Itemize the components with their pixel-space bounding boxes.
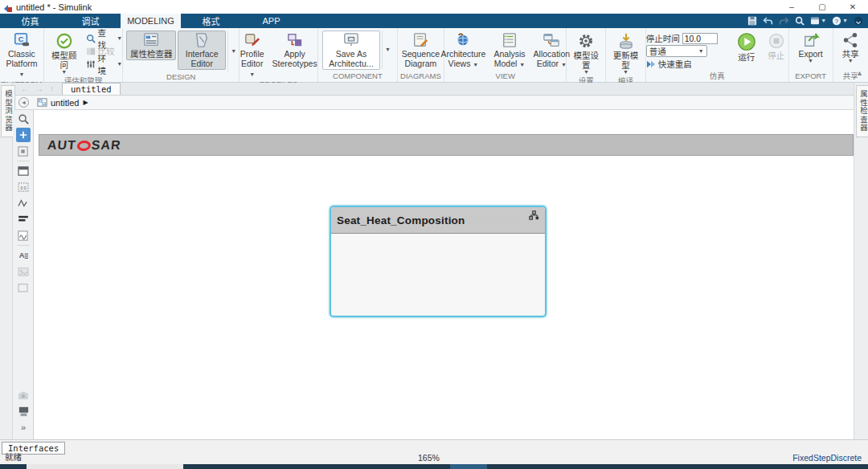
tab-modeling[interactable]: MODELING xyxy=(121,14,181,28)
nav-back-icon[interactable]: ← xyxy=(21,84,29,93)
component-dropdown-button[interactable]: ▼ xyxy=(382,31,393,69)
undo-icon[interactable] xyxy=(763,17,773,26)
breadcrumb-item-untitled[interactable]: untitled xyxy=(51,98,79,108)
zoom-icon[interactable] xyxy=(16,112,31,126)
composition-block[interactable]: Seat_Heat_Composition xyxy=(330,206,547,317)
update-model-button[interactable]: 更新模型 ▼ xyxy=(606,31,645,76)
legend-icon[interactable] xyxy=(16,212,31,226)
svg-text:C: C xyxy=(18,35,24,43)
share-icon xyxy=(842,32,858,48)
status-solver-link[interactable]: FixedStepDiscrete xyxy=(792,453,862,463)
autosar-banner: AUTSAR xyxy=(39,134,854,156)
classic-platform-button[interactable]: C Classic Platform ▼ xyxy=(0,31,43,80)
model-advisor-button[interactable]: 模型顾问 ▼ xyxy=(44,31,84,76)
screenshot-icon[interactable] xyxy=(16,404,31,418)
help-icon[interactable]: ?▼ xyxy=(832,16,848,26)
close-button[interactable]: ✕ xyxy=(837,0,868,14)
profile-editor-button[interactable]: Profile Editor ▼ xyxy=(237,31,268,80)
save-as-architecture-button[interactable]: <-> Save As Architectu... xyxy=(322,31,380,70)
account-icon[interactable] xyxy=(854,16,863,26)
stop-icon xyxy=(768,32,785,50)
section-platform: C Classic Platform ▼ PLATFORM xyxy=(0,28,44,82)
redo-icon[interactable] xyxy=(779,17,789,26)
sequence-diagram-button[interactable]: Sequence Diagram xyxy=(399,31,443,70)
minimize-button[interactable]: – xyxy=(776,0,807,14)
nav-forward-icon[interactable]: → xyxy=(35,84,43,93)
simulink-app-icon xyxy=(3,2,13,12)
doc-tab-untitled[interactable]: untitled xyxy=(62,83,121,95)
share-button[interactable]: 共享 ▼ xyxy=(839,31,862,65)
find-button[interactable]: 查找▼ xyxy=(86,32,123,44)
viewmark-icon[interactable]: 0 0 xyxy=(16,180,31,194)
area-icon[interactable] xyxy=(16,280,31,295)
property-inspector-button[interactable]: 属性检查器 xyxy=(126,31,176,60)
composition-block-header[interactable]: Seat_Heat_Composition xyxy=(331,207,545,234)
caret-down-icon: ▼ xyxy=(808,59,813,63)
breadcrumb-chevron-icon[interactable]: ▶ xyxy=(83,99,88,106)
image-icon[interactable] xyxy=(16,264,31,279)
bottom-strip-blue-segment xyxy=(450,464,487,469)
model-settings-button[interactable]: 模型设置 ▼ xyxy=(567,31,605,76)
title-bar: untitled * - Simulink – ▢ ✕ xyxy=(0,0,868,14)
nav-up-icon[interactable]: ↑ xyxy=(50,84,54,93)
scope-icon[interactable] xyxy=(16,228,31,243)
analysis-model-icon xyxy=(501,32,518,48)
fast-restart-icon xyxy=(646,60,656,68)
model-icon xyxy=(37,98,47,107)
restore-button[interactable]: ▢ xyxy=(807,0,837,14)
document-tab-bar: ← → ↑ untitled xyxy=(13,83,868,96)
run-button[interactable]: 运行 xyxy=(734,31,760,63)
architecture-views-button[interactable]: Architecture Views ▼ xyxy=(437,31,489,70)
check-circle-icon xyxy=(55,32,73,50)
status-bar: Interfaces 就绪 165% FixedStepDiscrete xyxy=(0,439,868,464)
fit-to-view-icon[interactable] xyxy=(16,128,31,142)
caret-down-icon: ▼ xyxy=(842,18,848,23)
caret-down-icon: ▼ xyxy=(61,70,67,75)
environment-button[interactable]: 环境▼ xyxy=(86,58,123,70)
export-button[interactable]: Export ▼ xyxy=(795,31,825,65)
simulation-mode-select[interactable]: 普通 ▼ xyxy=(646,45,707,57)
section-label-export: EXPORT xyxy=(789,71,833,82)
caret-down-icon: ▼ xyxy=(385,47,391,52)
status-ready-text: 就绪 xyxy=(5,451,22,463)
analysis-model-button[interactable]: Analysis Model ▼ xyxy=(490,31,528,70)
model-canvas[interactable]: AUTSAR Seat_Heat_Composition xyxy=(34,110,854,439)
expand-palette-button[interactable]: » xyxy=(16,420,31,434)
stereotypes-icon xyxy=(286,32,304,48)
viewport-icon[interactable] xyxy=(16,144,31,158)
annotation-icon[interactable]: A xyxy=(16,248,31,263)
save-icon[interactable] xyxy=(747,16,757,26)
breadcrumb-bar: ◂ untitled ▶ ▼ xyxy=(13,96,868,110)
gear-icon xyxy=(577,32,595,50)
svg-text:A: A xyxy=(18,251,24,259)
section-label-view: VIEW xyxy=(444,71,566,82)
environment-icon xyxy=(86,59,96,69)
section-settings: 模型设置 ▼ 设置 xyxy=(567,28,606,82)
subsystem-icon[interactable] xyxy=(16,164,31,178)
autosar-logo-ring-icon xyxy=(76,140,91,150)
tab-simulation[interactable]: 仿真 xyxy=(0,14,60,28)
left-panel-strip: 模型浏览器 xyxy=(0,83,13,439)
apply-stereotypes-button[interactable]: Apply Stereotypes xyxy=(269,31,321,70)
signal-icon[interactable] xyxy=(16,196,31,210)
collapse-ribbon-button[interactable]: ▲ xyxy=(856,69,863,77)
section-label-component: COMPONENT xyxy=(318,71,396,82)
tab-format[interactable]: 格式 xyxy=(181,14,241,28)
caret-down-icon: ▼ xyxy=(117,36,122,41)
property-inspector-vertical-tab[interactable]: 属性检查器 xyxy=(856,85,868,137)
interface-editor-button[interactable]: Interface Editor xyxy=(178,31,226,70)
export-icon xyxy=(802,32,820,48)
tab-app[interactable]: APP xyxy=(241,14,301,28)
camera-icon[interactable] xyxy=(16,388,31,402)
window-controls: – ▢ ✕ xyxy=(776,0,868,14)
stop-button[interactable]: 停止 xyxy=(764,31,788,62)
stop-time-input[interactable] xyxy=(682,33,718,44)
svg-text:0 0: 0 0 xyxy=(20,186,26,190)
screen-layout-icon[interactable]: ▼ xyxy=(810,17,826,25)
right-panel-strip: 属性检查器 xyxy=(854,83,868,439)
caret-down-icon: ▼ xyxy=(583,70,589,75)
search-icon[interactable] xyxy=(795,16,805,26)
hide-browser-button[interactable]: ◂ xyxy=(18,97,29,108)
canvas-tool-palette: 0 0 A » xyxy=(13,110,34,439)
fast-restart-button[interactable]: 快速重启 xyxy=(646,58,729,70)
